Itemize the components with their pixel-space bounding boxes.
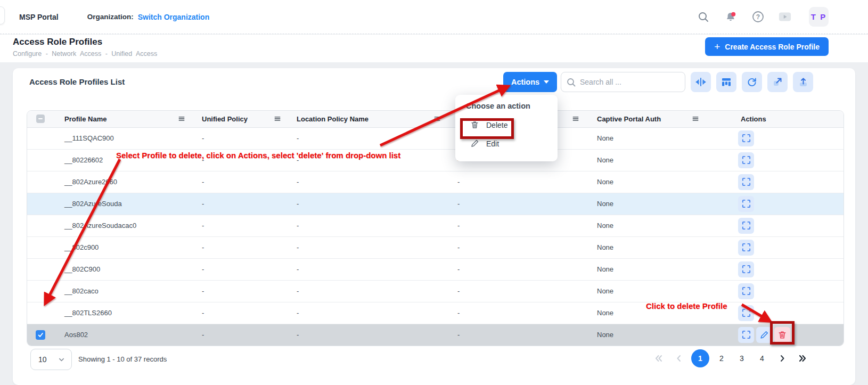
dropdown-header: Choose an action (455, 102, 558, 116)
page-title: Access Role Profiles (13, 37, 102, 47)
page-size-select[interactable]: 10 (30, 349, 72, 370)
expand-icon (741, 177, 751, 187)
expand-row-button[interactable] (738, 152, 754, 168)
columns-button[interactable] (716, 72, 736, 92)
create-access-role-profile-button[interactable]: + Create Access Role Profile (705, 37, 829, 56)
fit-width-icon (695, 77, 707, 87)
expand-row-button[interactable] (738, 240, 754, 256)
page-button-2[interactable]: 2 (714, 349, 730, 368)
column-menu-icon[interactable] (433, 115, 441, 122)
check-icon (37, 332, 44, 338)
chevron-left-icon (675, 354, 683, 363)
profile-name-cell: __802AzureSoudacac0 (54, 215, 195, 236)
expand-icon (741, 286, 751, 296)
help-glyph: ? (756, 13, 759, 21)
first-page-button[interactable] (651, 349, 667, 368)
search-box (561, 72, 685, 92)
row-checkbox-cell[interactable] (27, 302, 54, 324)
expand-row-button[interactable] (738, 130, 754, 146)
search-icon (567, 78, 576, 87)
table-row-highlighted[interactable]: __802AzureSouda - - - None (27, 193, 844, 215)
expand-icon (741, 308, 751, 318)
table-row[interactable]: __802C900 - - - None (27, 258, 844, 280)
table-row[interactable]: __111SQAC900 - - - None (27, 127, 844, 149)
expand-icon (741, 199, 751, 209)
expand-row-button[interactable] (738, 174, 754, 190)
table-tools (691, 72, 813, 92)
expand-icon (741, 242, 751, 252)
page-button-4[interactable]: 4 (754, 349, 770, 368)
col-header-profile-name: Profile Name (64, 115, 107, 123)
next-page-button[interactable] (774, 349, 790, 368)
row-checkbox-cell[interactable] (27, 236, 54, 258)
page-button-3[interactable]: 3 (734, 349, 750, 368)
notifications-bell-icon[interactable] (724, 11, 737, 23)
row-checkbox-cell[interactable] (27, 215, 54, 236)
row-checkbox-cell[interactable] (27, 280, 54, 302)
fit-columns-button[interactable] (691, 72, 711, 92)
column-menu-icon[interactable] (274, 115, 281, 122)
last-page-button[interactable] (795, 349, 810, 368)
table-row[interactable]: __802AzureSoudacac0 - - - None (27, 215, 844, 236)
double-chevron-right-icon (798, 354, 807, 363)
profile-name-cell: __802C900 (54, 258, 195, 280)
chevron-down-icon (544, 80, 549, 84)
column-menu-icon[interactable] (178, 115, 185, 122)
profile-name-cell: __802Azure2660 (54, 171, 195, 193)
annotation-box-delete-menu (460, 118, 514, 139)
table-row-selected[interactable]: Aos802 - - - None (27, 324, 844, 346)
expand-row-button[interactable] (738, 196, 754, 212)
plus-icon: + (714, 42, 720, 52)
profile-name-cell: Aos802 (54, 324, 195, 346)
annotation-click-delete: Click to delete Profile (646, 301, 727, 310)
row-checkbox-cell[interactable] (27, 171, 54, 193)
export-button[interactable] (767, 72, 788, 92)
expand-row-button[interactable] (738, 305, 754, 321)
select-all-checkbox[interactable] (36, 114, 45, 123)
refresh-button[interactable] (742, 72, 762, 92)
row-checkbox-checked[interactable] (36, 330, 45, 340)
expand-icon (741, 155, 751, 165)
profile-name-cell: __802c900 (54, 236, 195, 258)
table-row[interactable]: __802caco - - - None (27, 280, 844, 302)
actions-button[interactable]: Actions (503, 72, 557, 92)
avatar[interactable]: T P (809, 7, 829, 27)
expand-row-button[interactable] (738, 327, 754, 343)
column-menu-icon[interactable] (572, 115, 579, 122)
external-link-icon (772, 77, 783, 87)
row-checkbox-cell[interactable] (27, 149, 54, 171)
brand-title: MSP Portal (19, 13, 59, 21)
organization-label: Organization: (87, 13, 134, 21)
table-row[interactable]: __802Azure2660 - - - None (27, 171, 844, 193)
expand-row-button[interactable] (738, 283, 754, 299)
help-icon[interactable]: ? (751, 11, 764, 23)
sidebar-peek-tab[interactable] (0, 6, 5, 24)
row-checkbox-cell[interactable] (27, 258, 54, 280)
list-title: Access Role Profiles List (29, 77, 125, 86)
organization-link[interactable]: Switch Organization (138, 13, 210, 21)
search-input[interactable] (580, 78, 679, 86)
prev-page-button[interactable] (671, 349, 687, 368)
col-header-location-policy: Location Policy Name (297, 115, 369, 123)
profile-name-cell: __802TLS2660 (54, 302, 195, 324)
expand-icon (741, 264, 751, 274)
pencil-icon (759, 330, 769, 340)
chevron-right-icon (779, 354, 786, 363)
expand-row-button[interactable] (738, 218, 754, 234)
annotation-box-trash-button (770, 321, 795, 345)
column-menu-icon[interactable] (692, 115, 699, 122)
pagination: 1 2 3 4 (651, 349, 810, 368)
expand-icon (741, 220, 751, 231)
upload-button[interactable] (793, 72, 813, 92)
annotation-select-profile: Select Profile to delete, click on Actio… (116, 151, 400, 160)
search-icon[interactable] (697, 11, 710, 23)
row-checkbox-cell[interactable] (27, 193, 54, 215)
records-summary: Showing 1 - 10 of 37 records (78, 355, 167, 363)
chevron-down-icon (58, 356, 65, 363)
page-button-1[interactable]: 1 (691, 349, 709, 367)
table-row[interactable]: __802c900 - - - None (27, 236, 844, 258)
video-tutorial-icon[interactable] (779, 11, 791, 23)
row-checkbox-cell[interactable] (27, 127, 54, 149)
expand-row-button[interactable] (738, 261, 754, 277)
expand-icon (741, 330, 751, 340)
